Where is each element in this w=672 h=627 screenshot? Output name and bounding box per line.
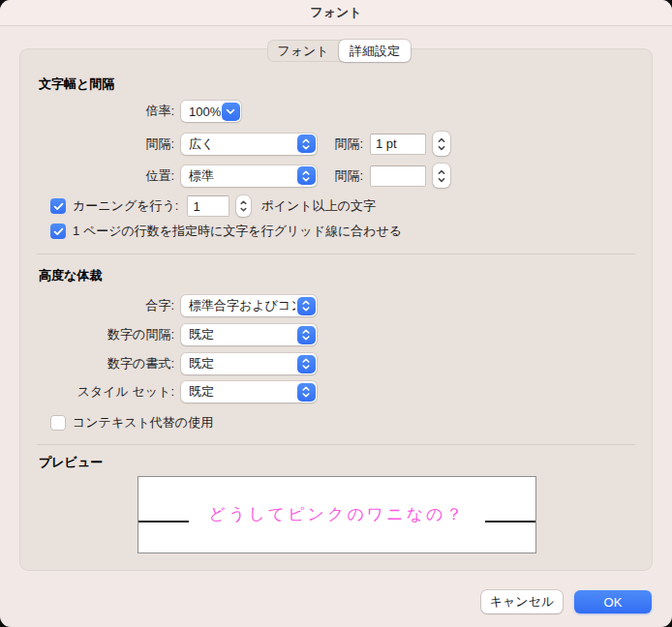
- chevron-up-down-icon: [297, 326, 316, 344]
- chevron-up-down-icon: [297, 355, 316, 373]
- position-label: 位置:: [39, 167, 174, 185]
- tab-font[interactable]: フォント: [267, 40, 339, 62]
- kerning-label: カーニングを行う:: [73, 197, 178, 215]
- position-by-stepper[interactable]: [433, 164, 450, 188]
- grid-label: 1 ページの行数を指定時に文字を行グリッド線に合わせる: [73, 223, 402, 240]
- chevron-down-icon[interactable]: [222, 103, 240, 121]
- scale-value: 100%: [181, 104, 221, 119]
- contextual-checkbox[interactable]: [50, 415, 66, 431]
- font-dialog: フォント フォント 詳細設定 文字幅と間隔 倍率: 100% 間隔: 広く 間隔…: [0, 0, 672, 627]
- ligatures-label: 合字:: [39, 297, 174, 314]
- tab-font-label: フォント: [277, 43, 328, 60]
- ligatures-value: 標準合字およびコン…: [181, 297, 295, 314]
- ligatures-dropdown[interactable]: 標準合字およびコン…: [181, 295, 317, 316]
- ok-button[interactable]: OK: [574, 590, 652, 613]
- number-spacing-dropdown[interactable]: 既定: [181, 324, 317, 345]
- position-by-label: 間隔:: [326, 167, 363, 185]
- tab-advanced[interactable]: 詳細設定: [339, 40, 411, 62]
- number-spacing-value: 既定: [181, 326, 214, 343]
- spacing-by-label: 間隔:: [326, 135, 363, 153]
- kerning-row: カーニングを行う: ポイント以上の文字: [50, 195, 376, 217]
- section-typography-heading: 高度な体裁: [39, 267, 102, 284]
- scale-combobox[interactable]: 100%: [181, 101, 241, 122]
- checkmark-icon: [53, 227, 64, 236]
- preview-box: どうしてピンクのワニなの？: [137, 476, 536, 553]
- number-spacing-row: 数字の間隔: 既定: [39, 324, 317, 345]
- stylistic-sets-row: スタイル セット: 既定: [39, 381, 317, 403]
- position-value: 標準: [181, 167, 214, 185]
- spacing-value: 広く: [181, 135, 214, 153]
- stepper-arrows-icon: [437, 135, 446, 153]
- checkmark-icon: [53, 202, 64, 211]
- kerning-size-input[interactable]: [187, 195, 229, 217]
- spacing-label: 間隔:: [39, 135, 174, 153]
- chevron-up-down-icon: [297, 383, 316, 402]
- number-forms-value: 既定: [181, 355, 214, 373]
- chevron-up-down-icon: [297, 297, 316, 315]
- spacing-row: 間隔: 広く 間隔:: [39, 132, 450, 156]
- title-bar: フォント: [0, 0, 672, 26]
- section-divider: [37, 254, 635, 254]
- window-title: フォント: [310, 4, 361, 21]
- tab-control: フォント 詳細設定: [267, 40, 411, 62]
- position-row: 位置: 標準 間隔:: [39, 164, 450, 188]
- number-spacing-label: 数字の間隔:: [39, 326, 174, 343]
- stepper-arrows-icon: [437, 167, 446, 185]
- spacing-by-stepper[interactable]: [433, 132, 450, 156]
- spacing-by-input[interactable]: [370, 134, 426, 155]
- scale-label: 倍率:: [39, 103, 174, 120]
- kerning-stepper[interactable]: [236, 195, 251, 217]
- number-forms-label: 数字の書式:: [39, 355, 174, 373]
- grid-checkbox[interactable]: [50, 224, 66, 239]
- grid-row: 1 ページの行数を指定時に文字を行グリッド線に合わせる: [50, 223, 402, 240]
- tab-advanced-label: 詳細設定: [350, 43, 400, 60]
- preview-text: どうしてピンクのワニなの？: [138, 477, 535, 551]
- stylistic-sets-dropdown[interactable]: 既定: [181, 381, 317, 403]
- number-forms-dropdown[interactable]: 既定: [181, 353, 317, 374]
- position-by-input[interactable]: [370, 165, 426, 187]
- chevron-up-down-icon: [297, 134, 316, 153]
- ligatures-row: 合字: 標準合字およびコン…: [39, 295, 317, 316]
- stylistic-sets-label: スタイル セット:: [39, 383, 174, 401]
- kerning-checkbox[interactable]: [50, 198, 66, 214]
- cancel-button[interactable]: キャンセル: [481, 590, 563, 613]
- section-preview-heading: プレビュー: [39, 454, 103, 471]
- contextual-row: コンテキスト代替の使用: [50, 414, 213, 432]
- spacing-dropdown[interactable]: 広く: [181, 134, 317, 155]
- number-forms-row: 数字の書式: 既定: [39, 353, 317, 374]
- position-dropdown[interactable]: 標準: [181, 165, 317, 187]
- contextual-label: コンテキスト代替の使用: [73, 414, 213, 432]
- scale-row: 倍率: 100%: [39, 101, 241, 122]
- chevron-up-down-icon: [297, 166, 316, 185]
- kerning-suffix-label: ポイント以上の文字: [260, 197, 376, 215]
- stepper-arrows-icon: [239, 198, 248, 214]
- section-divider: [37, 444, 635, 445]
- ok-button-label: OK: [604, 595, 623, 610]
- section-char-spacing-heading: 文字幅と間隔: [39, 75, 114, 93]
- stylistic-sets-value: 既定: [181, 383, 214, 401]
- cancel-button-label: キャンセル: [490, 593, 555, 611]
